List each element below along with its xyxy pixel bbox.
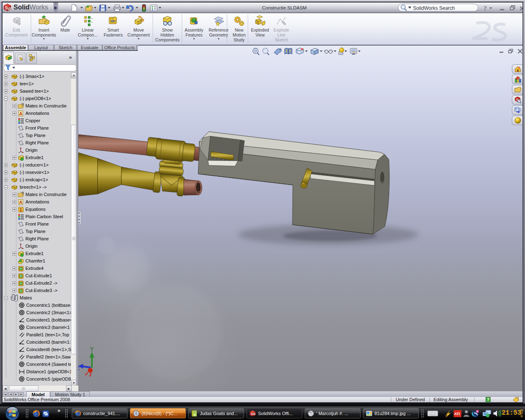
svg-text:W: W — [7, 7, 11, 11]
svg-text:ATI: ATI — [454, 412, 460, 416]
svg-text:SW: SW — [251, 412, 256, 416]
svg-text:?: ? — [484, 5, 487, 11]
